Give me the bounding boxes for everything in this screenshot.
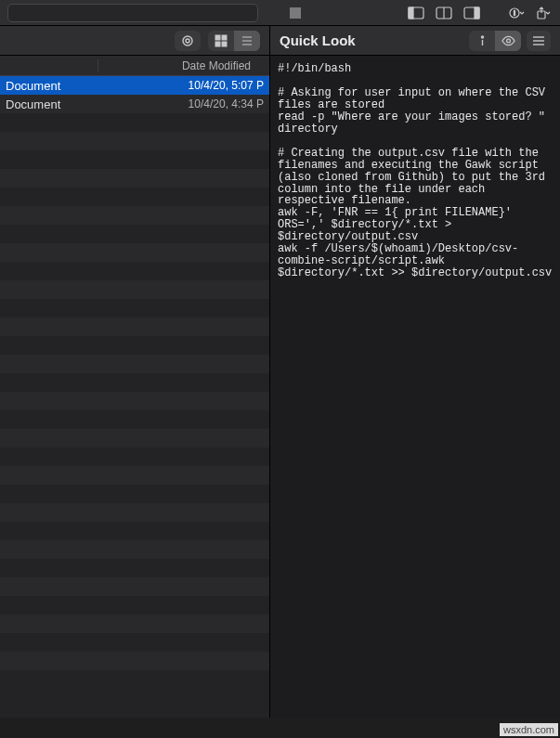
- table-row: [0, 429, 269, 447]
- panel-right-icon[interactable]: [462, 5, 482, 21]
- svg-point-22: [506, 39, 510, 43]
- table-row: [0, 299, 269, 317]
- svg-point-8: [514, 12, 514, 13]
- column-header-date[interactable]: Date Modified: [0, 56, 269, 76]
- table-row: [0, 633, 269, 652]
- table-row[interactable]: Document 10/4/20, 4:34 P: [0, 95, 269, 113]
- file-date: 10/4/20, 5:07 P: [189, 79, 264, 92]
- table-row: [0, 596, 269, 615]
- table-row: [0, 169, 269, 188]
- watermark: wsxdn.com: [500, 723, 558, 736]
- table-row: [0, 652, 269, 670]
- view-mode-segment: [208, 31, 260, 51]
- tags-button[interactable]: [175, 31, 201, 51]
- svg-rect-15: [215, 42, 220, 46]
- panel-left-icon[interactable]: [406, 5, 426, 21]
- table-row: [0, 466, 269, 485]
- svg-rect-13: [215, 35, 220, 40]
- file-list: Document 10/4/20, 5:07 P Document 10/4/2…: [0, 76, 269, 718]
- svg-point-20: [481, 36, 483, 38]
- table-row: [0, 503, 269, 522]
- search-input[interactable]: [7, 4, 258, 22]
- more-options-icon[interactable]: [506, 5, 527, 21]
- share-icon[interactable]: [532, 5, 553, 21]
- panel-split-icon[interactable]: [434, 5, 454, 21]
- table-row: [0, 206, 269, 225]
- table-row: [0, 336, 269, 355]
- svg-rect-5: [475, 7, 479, 19]
- table-row: [0, 447, 269, 466]
- table-row: [0, 373, 269, 392]
- list-view-button[interactable]: [234, 31, 260, 51]
- icon-view-button[interactable]: [208, 31, 234, 51]
- table-row: [0, 615, 269, 633]
- svg-point-12: [186, 39, 189, 43]
- table-row: [0, 262, 269, 280]
- file-browser-panel: Date Modified Document 10/4/20, 5:07 P D…: [0, 26, 269, 718]
- layout-buttons: [406, 5, 482, 21]
- quicklook-header: Quick Look: [270, 26, 560, 56]
- quicklook-view-segment: [469, 31, 521, 51]
- table-row: [0, 243, 269, 262]
- preview-button[interactable]: [495, 31, 521, 51]
- svg-rect-14: [222, 35, 227, 40]
- table-row: [0, 577, 269, 596]
- table-row: [0, 317, 269, 336]
- table-row: [0, 559, 269, 577]
- table-row: [0, 392, 269, 410]
- table-row: [0, 280, 269, 299]
- table-row: [0, 540, 269, 559]
- svg-point-7: [514, 10, 514, 11]
- info-button[interactable]: [469, 31, 495, 51]
- quicklook-title: Quick Look: [280, 32, 463, 48]
- table-row: [0, 225, 269, 243]
- table-row: [0, 670, 269, 689]
- table-row: [0, 113, 269, 132]
- column-header-label: Date Modified: [182, 59, 251, 72]
- table-row: [0, 522, 269, 540]
- svg-point-11: [183, 36, 192, 45]
- file-date: 10/4/20, 4:34 P: [189, 97, 264, 110]
- table-row: [0, 150, 269, 169]
- svg-rect-1: [409, 7, 413, 19]
- file-browser-toolbar: [0, 26, 269, 56]
- file-name: Document: [6, 97, 189, 111]
- window-toolbar: [0, 0, 560, 26]
- svg-point-9: [514, 14, 514, 15]
- quicklook-menu-button[interactable]: [527, 31, 551, 51]
- table-row: [0, 485, 269, 503]
- file-preview-content: #!/bin/bash # Asking for user input on w…: [270, 56, 560, 718]
- table-row[interactable]: Document 10/4/20, 5:07 P: [0, 76, 269, 95]
- table-row: [0, 355, 269, 373]
- svg-rect-16: [222, 42, 227, 46]
- table-row: [0, 188, 269, 206]
- file-name: Document: [6, 79, 189, 93]
- quicklook-panel: Quick Look #!/bin/bash # Asking for user…: [269, 26, 560, 718]
- table-row: [0, 132, 269, 150]
- stop-icon[interactable]: [290, 7, 301, 19]
- table-row: [0, 410, 269, 429]
